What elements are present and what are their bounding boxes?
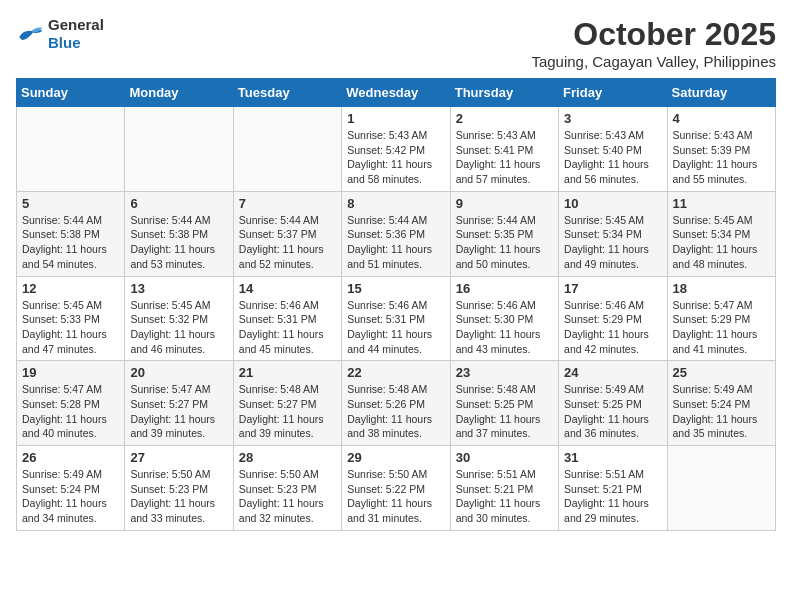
day-number: 30	[456, 450, 553, 465]
day-info: Sunrise: 5:49 AM Sunset: 5:25 PM Dayligh…	[564, 382, 661, 441]
calendar-cell: 22Sunrise: 5:48 AM Sunset: 5:26 PM Dayli…	[342, 361, 450, 446]
day-info: Sunrise: 5:50 AM Sunset: 5:22 PM Dayligh…	[347, 467, 444, 526]
day-info: Sunrise: 5:46 AM Sunset: 5:31 PM Dayligh…	[347, 298, 444, 357]
calendar-cell: 20Sunrise: 5:47 AM Sunset: 5:27 PM Dayli…	[125, 361, 233, 446]
day-info: Sunrise: 5:47 AM Sunset: 5:28 PM Dayligh…	[22, 382, 119, 441]
calendar-cell: 31Sunrise: 5:51 AM Sunset: 5:21 PM Dayli…	[559, 446, 667, 531]
calendar-cell: 17Sunrise: 5:46 AM Sunset: 5:29 PM Dayli…	[559, 276, 667, 361]
weekday-header-wednesday: Wednesday	[342, 79, 450, 107]
calendar-cell: 21Sunrise: 5:48 AM Sunset: 5:27 PM Dayli…	[233, 361, 341, 446]
day-number: 16	[456, 281, 553, 296]
day-info: Sunrise: 5:43 AM Sunset: 5:40 PM Dayligh…	[564, 128, 661, 187]
day-info: Sunrise: 5:44 AM Sunset: 5:38 PM Dayligh…	[130, 213, 227, 272]
calendar-week-row: 26Sunrise: 5:49 AM Sunset: 5:24 PM Dayli…	[17, 446, 776, 531]
calendar-cell: 19Sunrise: 5:47 AM Sunset: 5:28 PM Dayli…	[17, 361, 125, 446]
weekday-header-friday: Friday	[559, 79, 667, 107]
calendar-cell: 4Sunrise: 5:43 AM Sunset: 5:39 PM Daylig…	[667, 107, 775, 192]
calendar-cell: 14Sunrise: 5:46 AM Sunset: 5:31 PM Dayli…	[233, 276, 341, 361]
weekday-header-row: SundayMondayTuesdayWednesdayThursdayFrid…	[17, 79, 776, 107]
day-info: Sunrise: 5:44 AM Sunset: 5:37 PM Dayligh…	[239, 213, 336, 272]
day-info: Sunrise: 5:46 AM Sunset: 5:29 PM Dayligh…	[564, 298, 661, 357]
day-info: Sunrise: 5:45 AM Sunset: 5:32 PM Dayligh…	[130, 298, 227, 357]
day-info: Sunrise: 5:44 AM Sunset: 5:36 PM Dayligh…	[347, 213, 444, 272]
calendar-cell: 9Sunrise: 5:44 AM Sunset: 5:35 PM Daylig…	[450, 191, 558, 276]
day-number: 20	[130, 365, 227, 380]
logo-icon	[16, 23, 44, 45]
day-number: 31	[564, 450, 661, 465]
calendar-cell	[17, 107, 125, 192]
calendar-cell: 11Sunrise: 5:45 AM Sunset: 5:34 PM Dayli…	[667, 191, 775, 276]
calendar-cell	[667, 446, 775, 531]
day-info: Sunrise: 5:47 AM Sunset: 5:29 PM Dayligh…	[673, 298, 770, 357]
calendar-week-row: 19Sunrise: 5:47 AM Sunset: 5:28 PM Dayli…	[17, 361, 776, 446]
calendar-cell: 3Sunrise: 5:43 AM Sunset: 5:40 PM Daylig…	[559, 107, 667, 192]
calendar-cell: 2Sunrise: 5:43 AM Sunset: 5:41 PM Daylig…	[450, 107, 558, 192]
day-number: 3	[564, 111, 661, 126]
day-number: 10	[564, 196, 661, 211]
day-number: 12	[22, 281, 119, 296]
calendar-cell: 1Sunrise: 5:43 AM Sunset: 5:42 PM Daylig…	[342, 107, 450, 192]
calendar-cell: 10Sunrise: 5:45 AM Sunset: 5:34 PM Dayli…	[559, 191, 667, 276]
calendar-cell: 16Sunrise: 5:46 AM Sunset: 5:30 PM Dayli…	[450, 276, 558, 361]
day-number: 11	[673, 196, 770, 211]
day-number: 23	[456, 365, 553, 380]
calendar-cell: 13Sunrise: 5:45 AM Sunset: 5:32 PM Dayli…	[125, 276, 233, 361]
weekday-header-tuesday: Tuesday	[233, 79, 341, 107]
day-info: Sunrise: 5:46 AM Sunset: 5:30 PM Dayligh…	[456, 298, 553, 357]
day-number: 26	[22, 450, 119, 465]
day-info: Sunrise: 5:43 AM Sunset: 5:41 PM Dayligh…	[456, 128, 553, 187]
calendar-cell: 24Sunrise: 5:49 AM Sunset: 5:25 PM Dayli…	[559, 361, 667, 446]
calendar-cell: 15Sunrise: 5:46 AM Sunset: 5:31 PM Dayli…	[342, 276, 450, 361]
day-number: 7	[239, 196, 336, 211]
day-number: 18	[673, 281, 770, 296]
day-info: Sunrise: 5:49 AM Sunset: 5:24 PM Dayligh…	[673, 382, 770, 441]
weekday-header-sunday: Sunday	[17, 79, 125, 107]
day-number: 14	[239, 281, 336, 296]
logo-text-general: General	[48, 16, 104, 33]
day-info: Sunrise: 5:50 AM Sunset: 5:23 PM Dayligh…	[130, 467, 227, 526]
day-info: Sunrise: 5:50 AM Sunset: 5:23 PM Dayligh…	[239, 467, 336, 526]
calendar-cell: 30Sunrise: 5:51 AM Sunset: 5:21 PM Dayli…	[450, 446, 558, 531]
day-number: 5	[22, 196, 119, 211]
day-number: 15	[347, 281, 444, 296]
calendar-table: SundayMondayTuesdayWednesdayThursdayFrid…	[16, 78, 776, 531]
title-area: October 2025 Taguing, Cagayan Valley, Ph…	[531, 16, 776, 70]
calendar-title: October 2025	[531, 16, 776, 53]
day-number: 28	[239, 450, 336, 465]
day-info: Sunrise: 5:48 AM Sunset: 5:25 PM Dayligh…	[456, 382, 553, 441]
calendar-cell: 8Sunrise: 5:44 AM Sunset: 5:36 PM Daylig…	[342, 191, 450, 276]
day-info: Sunrise: 5:48 AM Sunset: 5:27 PM Dayligh…	[239, 382, 336, 441]
calendar-cell: 5Sunrise: 5:44 AM Sunset: 5:38 PM Daylig…	[17, 191, 125, 276]
day-number: 17	[564, 281, 661, 296]
day-info: Sunrise: 5:44 AM Sunset: 5:35 PM Dayligh…	[456, 213, 553, 272]
day-number: 8	[347, 196, 444, 211]
calendar-cell: 27Sunrise: 5:50 AM Sunset: 5:23 PM Dayli…	[125, 446, 233, 531]
calendar-cell: 6Sunrise: 5:44 AM Sunset: 5:38 PM Daylig…	[125, 191, 233, 276]
calendar-cell: 26Sunrise: 5:49 AM Sunset: 5:24 PM Dayli…	[17, 446, 125, 531]
day-info: Sunrise: 5:48 AM Sunset: 5:26 PM Dayligh…	[347, 382, 444, 441]
day-info: Sunrise: 5:51 AM Sunset: 5:21 PM Dayligh…	[456, 467, 553, 526]
day-number: 13	[130, 281, 227, 296]
day-number: 6	[130, 196, 227, 211]
day-info: Sunrise: 5:49 AM Sunset: 5:24 PM Dayligh…	[22, 467, 119, 526]
day-number: 1	[347, 111, 444, 126]
calendar-cell: 7Sunrise: 5:44 AM Sunset: 5:37 PM Daylig…	[233, 191, 341, 276]
day-number: 9	[456, 196, 553, 211]
calendar-subtitle: Taguing, Cagayan Valley, Philippines	[531, 53, 776, 70]
day-number: 2	[456, 111, 553, 126]
day-info: Sunrise: 5:51 AM Sunset: 5:21 PM Dayligh…	[564, 467, 661, 526]
day-info: Sunrise: 5:46 AM Sunset: 5:31 PM Dayligh…	[239, 298, 336, 357]
logo: General Blue	[16, 16, 104, 52]
day-number: 25	[673, 365, 770, 380]
calendar-cell: 25Sunrise: 5:49 AM Sunset: 5:24 PM Dayli…	[667, 361, 775, 446]
calendar-cell	[233, 107, 341, 192]
logo-text-blue: Blue	[48, 34, 81, 51]
day-number: 21	[239, 365, 336, 380]
day-info: Sunrise: 5:45 AM Sunset: 5:34 PM Dayligh…	[564, 213, 661, 272]
day-number: 27	[130, 450, 227, 465]
calendar-week-row: 1Sunrise: 5:43 AM Sunset: 5:42 PM Daylig…	[17, 107, 776, 192]
calendar-week-row: 12Sunrise: 5:45 AM Sunset: 5:33 PM Dayli…	[17, 276, 776, 361]
day-number: 22	[347, 365, 444, 380]
header: General Blue October 2025 Taguing, Cagay…	[16, 16, 776, 70]
calendar-cell: 28Sunrise: 5:50 AM Sunset: 5:23 PM Dayli…	[233, 446, 341, 531]
